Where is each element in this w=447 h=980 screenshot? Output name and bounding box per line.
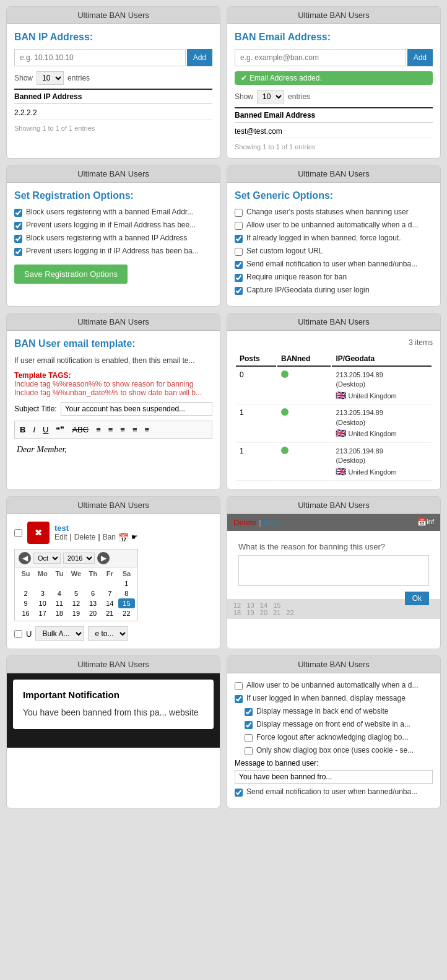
subject-input[interactable] xyxy=(61,402,212,416)
cal-day[interactable]: 8 xyxy=(118,588,135,598)
cal-day[interactable]: 9 xyxy=(17,598,34,608)
cal-day[interactable]: 4 xyxy=(51,588,67,598)
cal-next-button[interactable]: ▶ xyxy=(97,552,110,564)
bulk-apply-select[interactable]: e to... xyxy=(88,626,128,641)
delete-link[interactable]: Delete xyxy=(74,533,96,543)
align-center-button[interactable]: ≡ xyxy=(130,424,140,435)
cal-day[interactable]: 6 xyxy=(85,588,102,598)
user-u-label: U xyxy=(26,629,32,639)
align-right-button[interactable]: ≡ xyxy=(142,424,152,435)
cal-prev-button[interactable]: ◀ xyxy=(19,552,31,564)
bold-button[interactable]: B xyxy=(17,424,28,435)
cal-day-15[interactable]: 15 xyxy=(118,598,135,608)
email-table-header: Banned Email Address xyxy=(235,107,433,123)
reg-checkbox-2[interactable] xyxy=(14,222,22,230)
subject-label: Subject Title: xyxy=(14,405,57,413)
display-sub-checkbox-3[interactable] xyxy=(245,734,253,742)
user-edit-header: Ultimate BAN Users xyxy=(7,497,220,514)
registration-title: Set Registration Options: xyxy=(14,190,212,201)
cal-day[interactable]: 11 xyxy=(51,598,67,608)
cal-day[interactable] xyxy=(67,579,84,588)
cal-day[interactable]: 2 xyxy=(17,588,34,598)
bulk-checkbox[interactable] xyxy=(14,630,22,638)
reg-option-3: Block users registering with a banned IP… xyxy=(14,234,212,243)
cal-day[interactable]: 13 xyxy=(85,598,102,608)
cal-year-select[interactable]: 2016 xyxy=(63,553,95,564)
ip-add-button[interactable]: Add xyxy=(187,49,212,66)
cal-day[interactable]: 22 xyxy=(118,608,135,618)
underline-button[interactable]: U xyxy=(40,424,51,435)
cal-day[interactable]: 16 xyxy=(17,608,34,618)
generic-checkbox-2[interactable] xyxy=(235,222,243,230)
display-sub-checkbox-1[interactable] xyxy=(245,708,253,716)
ok-button[interactable]: Ok xyxy=(405,592,429,605)
reg-checkbox-4[interactable] xyxy=(14,248,22,256)
cal-month-select[interactable]: Oct xyxy=(33,553,61,564)
email-add-button[interactable]: Add xyxy=(407,49,433,66)
cal-day[interactable]: 21 xyxy=(102,608,118,618)
cal-day[interactable] xyxy=(51,579,67,588)
cal-day[interactable]: 20 xyxy=(85,608,102,618)
reg-checkbox-1[interactable] xyxy=(14,209,22,217)
generic-checkbox-4[interactable] xyxy=(235,248,243,256)
message-label: Message to banned user: xyxy=(235,759,433,768)
cal-day[interactable]: 1 xyxy=(118,579,135,588)
display-sub-option-1: Display message in back end of website xyxy=(235,707,433,716)
cal-day[interactable]: 5 xyxy=(67,588,84,598)
ban-email-title: BAN Email Address: xyxy=(235,32,433,43)
important-notification-panel: Ultimate BAN Users Important Notificatio… xyxy=(6,655,220,808)
cal-day[interactable] xyxy=(17,579,34,588)
list-ul-button[interactable]: ≡ xyxy=(93,424,103,435)
reg-checkbox-3[interactable] xyxy=(14,235,22,243)
cal-day[interactable]: 18 xyxy=(51,608,67,618)
reason-ban-link[interactable]: Ban xyxy=(263,518,277,527)
cal-day[interactable] xyxy=(34,579,51,588)
generic-checkbox-5[interactable] xyxy=(235,261,243,269)
display-last-checkbox[interactable] xyxy=(235,789,243,797)
display-sub-checkbox-2[interactable] xyxy=(245,721,253,729)
banned-message-input[interactable] xyxy=(235,770,433,784)
ban-link[interactable]: Ban xyxy=(103,533,116,543)
registration-options-panel: Ultimate BAN Users Set Registration Opti… xyxy=(6,165,220,307)
reason-textarea[interactable] xyxy=(238,555,429,586)
editor-content[interactable]: Dear Member, xyxy=(14,442,212,457)
cal-day[interactable] xyxy=(85,579,102,588)
quote-button[interactable]: ❝❞ xyxy=(53,424,67,435)
email-input[interactable] xyxy=(235,49,406,66)
generic-checkbox-6[interactable] xyxy=(235,274,243,282)
cal-day[interactable]: 17 xyxy=(34,608,51,618)
user-select-checkbox[interactable] xyxy=(14,529,22,537)
display-sub-checkbox-4[interactable] xyxy=(245,747,253,755)
cal-day[interactable]: 7 xyxy=(102,588,118,598)
cal-day[interactable]: 14 xyxy=(102,598,118,608)
user-list-header: Ultimate BAN Users xyxy=(227,313,440,331)
generic-checkbox-7[interactable] xyxy=(235,287,243,295)
ban-reason-top-bar: inf Delete | Ban 📅 xyxy=(227,514,440,531)
generic-checkbox-3[interactable] xyxy=(235,235,243,243)
save-registration-button[interactable]: Save Registration Options xyxy=(14,265,128,284)
strikethrough-button[interactable]: ABC xyxy=(69,424,91,435)
display-checkbox-2[interactable] xyxy=(235,695,243,703)
calendar-icon[interactable]: 📅 xyxy=(118,533,129,543)
cal-day[interactable]: 3 xyxy=(34,588,51,598)
italic-button[interactable]: I xyxy=(30,424,38,435)
table-row: 1 213.205.194.89(Desktop)🇬🇧 United Kingd… xyxy=(236,444,432,481)
ip-input[interactable] xyxy=(14,49,186,66)
bulk-action-select[interactable]: Bulk A... xyxy=(35,626,84,641)
cal-day[interactable]: 10 xyxy=(34,598,51,608)
list-ol-button[interactable]: ≡ xyxy=(106,424,116,435)
edit-link[interactable]: Edit xyxy=(54,533,67,543)
row2-geodata: 213.205.194.89(Desktop)🇬🇧 United Kingdom xyxy=(332,406,432,442)
cal-days-header: Su Mo Tu We Th Fr Sa xyxy=(17,570,135,577)
entries-label: entries xyxy=(67,74,90,82)
align-left-button[interactable]: ≡ xyxy=(118,424,128,435)
display-sub-option-2: Display message on front end of website … xyxy=(235,720,433,729)
cal-day[interactable]: 19 xyxy=(67,608,84,618)
display-checkbox-1[interactable] xyxy=(235,682,243,690)
cal-day[interactable]: 12 xyxy=(67,598,84,608)
cal-day[interactable] xyxy=(102,579,118,588)
generic-checkbox-1[interactable] xyxy=(235,209,243,217)
reason-delete-link[interactable]: Delete xyxy=(233,518,257,527)
show-entries-select-email[interactable]: 10 xyxy=(257,90,284,103)
show-entries-select[interactable]: 10 xyxy=(37,71,64,85)
